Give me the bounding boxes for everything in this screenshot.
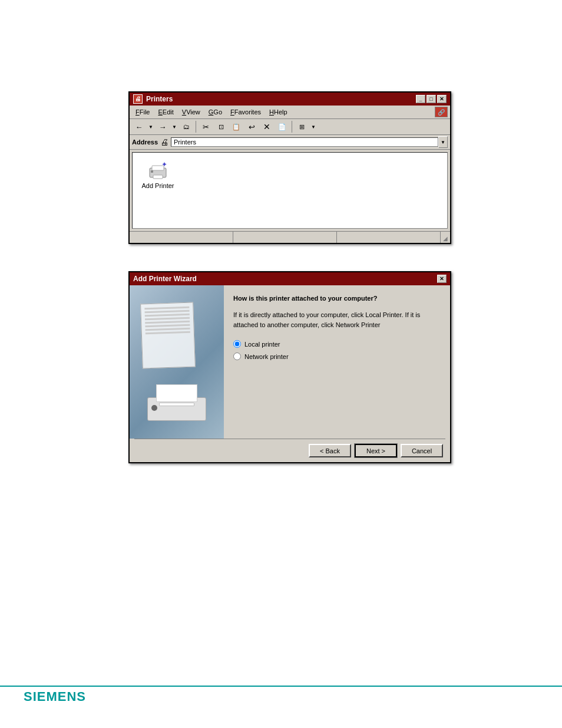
printers-status-bar: ◢ xyxy=(130,231,450,243)
printers-title-group: 🖨 Printers xyxy=(133,94,173,104)
status-pane-2 xyxy=(233,232,337,243)
wizard-image-panel xyxy=(130,285,224,439)
maximize-button[interactable]: □ xyxy=(427,95,436,103)
wizard-window-controls: ✕ xyxy=(437,275,447,283)
local-printer-option[interactable]: Local printer xyxy=(233,340,441,348)
wizard-title-text: Add Printer Wizard xyxy=(133,275,197,283)
toolbar-sep-1 xyxy=(196,121,196,133)
siemens-logo-text: SIEMENS xyxy=(24,689,86,704)
up-button[interactable]: 🗂 xyxy=(179,120,193,133)
printer-art-paper xyxy=(156,384,197,402)
printers-title-icon: 🖨 xyxy=(133,94,143,104)
back-dropdown[interactable]: ▼ xyxy=(147,120,154,133)
printers-content: ✦ Add Printer xyxy=(132,152,448,229)
toolbar-right-icon: 🔗 xyxy=(435,107,448,117)
wizard-window: Add Printer Wizard ✕ xyxy=(128,271,451,463)
wizard-image-inner xyxy=(130,285,224,439)
network-printer-radio[interactable] xyxy=(233,353,241,360)
cancel-button[interactable]: Cancel xyxy=(401,444,443,457)
cut-button[interactable]: ✂ xyxy=(199,120,213,133)
add-printer-label: Add Printer xyxy=(141,182,174,189)
undo-button[interactable]: ↩ xyxy=(244,120,259,133)
wizard-main-area: How is this printer attached to your com… xyxy=(130,285,450,439)
wizard-body: How is this printer attached to your com… xyxy=(130,285,450,462)
address-label: Address xyxy=(132,139,158,146)
printers-titlebar: 🖨 Printers _ □ ✕ xyxy=(130,93,450,106)
status-pane-1 xyxy=(130,232,233,243)
minimize-button[interactable]: _ xyxy=(416,95,425,103)
printers-toolbar: ← ▼ → ▼ 🗂 ✂ ⊡ 📋 ↩ ✕ 📄 ⊞ ▼ xyxy=(130,119,450,135)
siemens-branding: SIEMENS xyxy=(24,689,86,704)
wizard-titlebar: Add Printer Wizard ✕ xyxy=(130,272,450,285)
menu-help[interactable]: HHelp xyxy=(266,107,291,117)
wizard-buttons: < Back Next > Cancel xyxy=(130,439,450,462)
next-button[interactable]: Next > xyxy=(355,444,397,457)
menu-favorites[interactable]: FFavorites xyxy=(227,107,265,117)
copy-button[interactable]: ⊡ xyxy=(214,120,228,133)
printers-title-text: Printers xyxy=(146,95,173,103)
local-printer-radio[interactable] xyxy=(233,340,241,348)
printers-menubar: FFile EEdit VView GGo FFavorites HHelp 🔗 xyxy=(130,106,450,119)
printers-address-bar: Address 🖨 Printers ▼ xyxy=(130,135,450,150)
address-printer-icon: 🖨 xyxy=(160,137,168,147)
delete-button[interactable]: ✕ xyxy=(260,120,274,133)
views-dropdown[interactable]: ▼ xyxy=(310,120,317,133)
add-printer-icon[interactable]: ✦ Add Printer xyxy=(137,157,178,192)
local-printer-label: Local printer xyxy=(244,341,280,348)
svg-rect-2 xyxy=(153,175,163,179)
network-printer-option[interactable]: Network printer xyxy=(233,353,441,360)
status-pane-3 xyxy=(337,232,441,243)
printer-type-radio-group: Local printer Network printer xyxy=(233,340,441,360)
menu-go[interactable]: GGo xyxy=(205,107,226,117)
forward-dropdown[interactable]: ▼ xyxy=(171,120,178,133)
wizard-close-button[interactable]: ✕ xyxy=(437,275,447,283)
toolbar-sep-2 xyxy=(292,121,292,133)
printers-window-controls: _ □ ✕ xyxy=(416,95,447,103)
wizard-description: If it is directly attached to your compu… xyxy=(233,310,441,330)
network-printer-label: Network printer xyxy=(244,353,289,360)
wizard-question: How is this printer attached to your com… xyxy=(233,295,441,302)
address-dropdown-button[interactable]: ▼ xyxy=(438,136,448,148)
close-button[interactable]: ✕ xyxy=(437,95,447,103)
siemens-divider-line xyxy=(0,686,562,687)
svg-text:✦: ✦ xyxy=(161,160,167,169)
menu-file[interactable]: FFile xyxy=(132,107,153,117)
back-button[interactable]: < Back xyxy=(309,444,351,457)
doc-paper-1 xyxy=(140,302,196,368)
svg-rect-3 xyxy=(151,170,153,173)
printers-window: 🖨 Printers _ □ ✕ FFile EEdit VView GGo F… xyxy=(128,91,451,244)
address-field[interactable]: Printers xyxy=(171,137,438,147)
menu-edit[interactable]: EEdit xyxy=(154,107,177,117)
resize-grip: ◢ xyxy=(441,233,450,243)
add-printer-icon-img: ✦ xyxy=(147,160,168,181)
views-button[interactable]: ⊞ xyxy=(295,120,309,133)
properties-button[interactable]: 📄 xyxy=(275,120,289,133)
menu-view[interactable]: VView xyxy=(178,107,204,117)
wizard-content: How is this printer attached to your com… xyxy=(224,285,450,439)
forward-button[interactable]: → xyxy=(156,120,170,133)
paste-button[interactable]: 📋 xyxy=(229,120,243,133)
back-button[interactable]: ← xyxy=(132,120,146,133)
